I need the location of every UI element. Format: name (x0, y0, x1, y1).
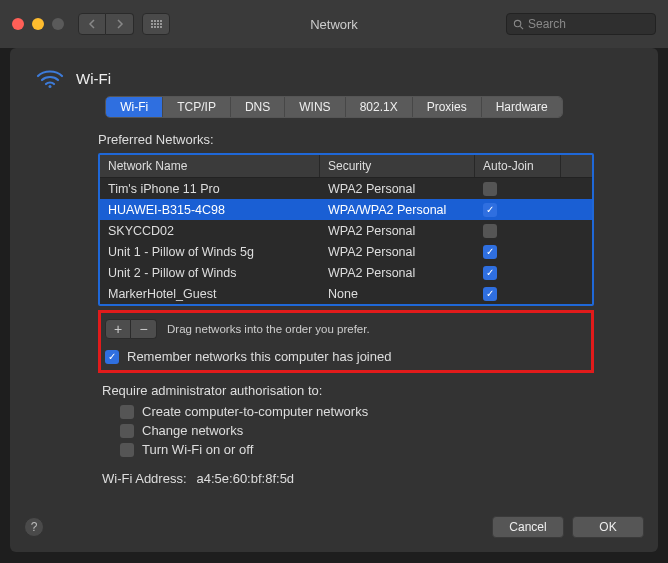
ok-button[interactable]: OK (572, 516, 644, 538)
auto-join-checkbox[interactable] (483, 287, 497, 301)
search-field[interactable]: Search (506, 13, 656, 35)
auth-item[interactable]: Create computer-to-computer networks (120, 404, 594, 419)
remember-networks-checkbox[interactable] (105, 350, 119, 364)
table-row[interactable]: SKYCCD02WPA2 Personal (100, 220, 592, 241)
minimize-window-button[interactable] (32, 18, 44, 30)
titlebar: Network Search (0, 0, 668, 48)
auth-checkbox[interactable] (120, 424, 134, 438)
add-network-button[interactable]: + (105, 319, 131, 339)
auth-item-label: Change networks (142, 423, 243, 438)
tab-proxies[interactable]: Proxies (413, 97, 482, 117)
cell-auto-join (475, 224, 561, 238)
table-row[interactable]: MarkerHotel_GuestNone (100, 283, 592, 304)
table-header: Network Name Security Auto-Join (100, 155, 592, 178)
cell-network-name: Unit 2 - Pillow of Winds (100, 266, 320, 280)
cell-auto-join (475, 203, 561, 217)
preferred-networks-label: Preferred Networks: (98, 132, 594, 147)
window-controls (12, 18, 64, 30)
auto-join-checkbox[interactable] (483, 245, 497, 259)
add-remove-row: + − Drag networks into the order you pre… (105, 319, 583, 339)
remove-network-button[interactable]: − (131, 319, 157, 339)
auth-label: Require administrator authorisation to: (102, 383, 594, 398)
panel-header: Wi-Fi (10, 54, 658, 94)
column-spacer (561, 155, 571, 177)
cell-security: None (320, 287, 475, 301)
cell-security: WPA/WPA2 Personal (320, 203, 475, 217)
cell-auto-join (475, 287, 561, 301)
auth-item-label: Create computer-to-computer networks (142, 404, 368, 419)
cell-security: WPA2 Personal (320, 182, 475, 196)
remember-networks-row[interactable]: Remember networks this computer has join… (105, 349, 583, 364)
drag-hint: Drag networks into the order you prefer. (167, 323, 370, 335)
auth-checkbox[interactable] (120, 405, 134, 419)
cell-network-name: HUAWEI-B315-4C98 (100, 203, 320, 217)
tab-tcp-ip[interactable]: TCP/IP (163, 97, 231, 117)
auth-checkbox[interactable] (120, 443, 134, 457)
wifi-address-row: Wi-Fi Address: a4:5e:60:bf:8f:5d (102, 471, 594, 486)
cell-network-name: Tim's iPhone 11 Pro (100, 182, 320, 196)
highlighted-region: + − Drag networks into the order you pre… (98, 310, 594, 373)
close-window-button[interactable] (12, 18, 24, 30)
cell-security: WPA2 Personal (320, 266, 475, 280)
preferred-networks-table: Network Name Security Auto-Join Tim's iP… (98, 153, 594, 306)
cell-auto-join (475, 182, 561, 196)
auto-join-checkbox[interactable] (483, 182, 497, 196)
table-row[interactable]: Unit 1 - Pillow of Winds 5gWPA2 Personal (100, 241, 592, 262)
table-row[interactable]: Unit 2 - Pillow of WindsWPA2 Personal (100, 262, 592, 283)
cell-network-name: MarkerHotel_Guest (100, 287, 320, 301)
page-title: Wi-Fi (76, 70, 111, 87)
grid-icon (151, 20, 162, 28)
window-title: Network (310, 17, 358, 32)
auth-item[interactable]: Change networks (120, 423, 594, 438)
search-icon (513, 19, 524, 30)
wifi-icon (36, 68, 64, 88)
search-placeholder: Search (528, 17, 566, 31)
cancel-button[interactable]: Cancel (492, 516, 564, 538)
main-panel: Wi-Fi Wi-FiTCP/IPDNSWINS802.1XProxiesHar… (10, 48, 658, 552)
cell-network-name: Unit 1 - Pillow of Winds 5g (100, 245, 320, 259)
help-button[interactable]: ? (24, 517, 44, 537)
tab-802-1x[interactable]: 802.1X (346, 97, 413, 117)
svg-point-0 (514, 20, 520, 26)
auth-section: Require administrator authorisation to: … (102, 383, 594, 457)
column-network-name[interactable]: Network Name (100, 155, 320, 177)
svg-line-1 (520, 26, 523, 29)
footer: ? Cancel OK (10, 506, 658, 552)
remember-networks-label: Remember networks this computer has join… (127, 349, 391, 364)
column-auto-join[interactable]: Auto-Join (475, 155, 561, 177)
auto-join-checkbox[interactable] (483, 203, 497, 217)
cell-security: WPA2 Personal (320, 245, 475, 259)
column-security[interactable]: Security (320, 155, 475, 177)
tab-wins[interactable]: WINS (285, 97, 345, 117)
back-button[interactable] (78, 13, 106, 35)
tab-dns[interactable]: DNS (231, 97, 285, 117)
auth-item[interactable]: Turn Wi-Fi on or off (120, 442, 594, 457)
auto-join-checkbox[interactable] (483, 266, 497, 280)
zoom-window-button[interactable] (52, 18, 64, 30)
cell-auto-join (475, 245, 561, 259)
table-row[interactable]: Tim's iPhone 11 ProWPA2 Personal (100, 178, 592, 199)
svg-point-2 (49, 85, 52, 88)
tab-hardware[interactable]: Hardware (482, 97, 562, 117)
nav-buttons (78, 13, 134, 35)
auth-item-label: Turn Wi-Fi on or off (142, 442, 253, 457)
cell-auto-join (475, 266, 561, 280)
auto-join-checkbox[interactable] (483, 224, 497, 238)
add-remove-segment: + − (105, 319, 157, 339)
tab-bar: Wi-FiTCP/IPDNSWINS802.1XProxiesHardware (34, 96, 634, 118)
table-row[interactable]: HUAWEI-B315-4C98WPA/WPA2 Personal (100, 199, 592, 220)
show-all-button[interactable] (142, 13, 170, 35)
cell-network-name: SKYCCD02 (100, 224, 320, 238)
wifi-address-label: Wi-Fi Address: (102, 471, 187, 486)
cell-security: WPA2 Personal (320, 224, 475, 238)
forward-button[interactable] (106, 13, 134, 35)
tab-wi-fi[interactable]: Wi-Fi (106, 97, 163, 117)
wifi-address-value: a4:5e:60:bf:8f:5d (197, 471, 295, 486)
